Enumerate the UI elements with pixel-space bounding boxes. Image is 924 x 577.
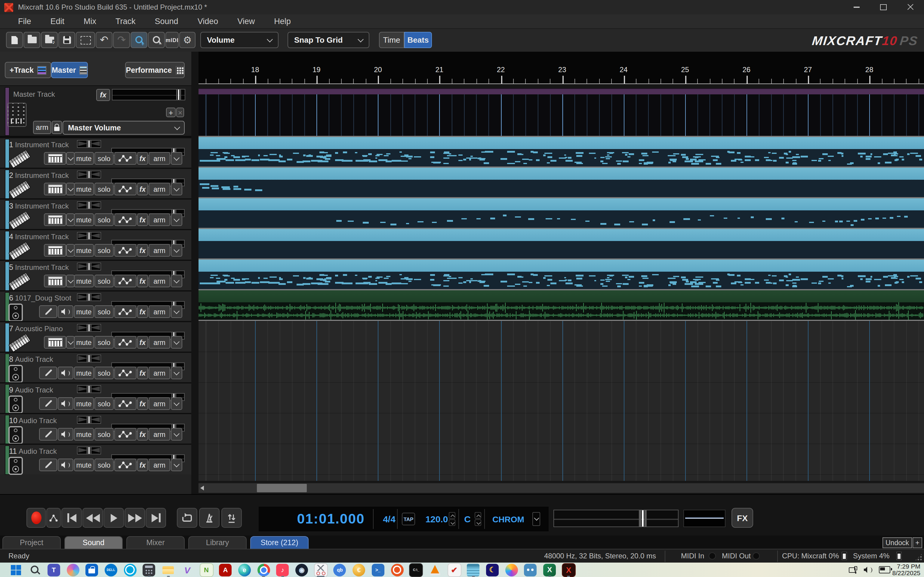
menu-sound[interactable]: Sound xyxy=(145,15,188,28)
save-button[interactable] xyxy=(58,32,75,48)
fx-button[interactable]: fx xyxy=(137,213,148,226)
scale-dropdown-button[interactable] xyxy=(532,512,540,526)
mute-button[interactable]: mute xyxy=(74,305,94,318)
network-icon[interactable] xyxy=(849,566,858,574)
arm-button[interactable]: arm xyxy=(149,336,170,349)
go-to-end-button[interactable] xyxy=(145,508,166,528)
zoom-in-button[interactable]: + xyxy=(131,32,147,48)
pan-slider[interactable] xyxy=(77,232,101,240)
mute-button[interactable]: mute xyxy=(74,152,94,165)
master-track-button[interactable]: Master xyxy=(51,62,88,78)
playback-volume-slider[interactable] xyxy=(553,510,678,527)
menu-file[interactable]: File xyxy=(8,15,41,28)
automation-button[interactable] xyxy=(114,213,137,226)
instrument-chevron-button[interactable] xyxy=(66,275,74,287)
taskbar-icon-snipping-tool[interactable] xyxy=(313,562,328,577)
metronome-button[interactable] xyxy=(199,508,220,528)
taskbar-icon-checkpoint[interactable]: ✔ xyxy=(447,562,461,577)
automation-button[interactable] xyxy=(114,336,137,349)
fx-button[interactable]: fx xyxy=(137,428,148,440)
menu-mix[interactable]: Mix xyxy=(74,15,106,28)
taskbar-icon-dell[interactable]: DELL xyxy=(104,562,118,577)
track-options-chevron[interactable] xyxy=(171,152,182,165)
loop-button[interactable] xyxy=(177,508,197,528)
pan-slider[interactable] xyxy=(77,324,101,332)
track-options-chevron[interactable] xyxy=(171,428,182,440)
instrument-chevron-button[interactable] xyxy=(66,183,74,195)
master-arm-button[interactable]: arm xyxy=(33,121,51,134)
tab-library[interactable]: Library xyxy=(188,536,247,549)
close-button[interactable] xyxy=(897,0,924,15)
solo-button[interactable]: solo xyxy=(94,244,114,257)
mute-button[interactable]: mute xyxy=(74,336,94,349)
instrument-select-button[interactable] xyxy=(44,275,66,287)
instrument-select-button[interactable] xyxy=(44,213,66,226)
pan-slider[interactable] xyxy=(77,416,101,424)
undock-button[interactable]: Undock xyxy=(882,537,912,548)
track-options-chevron[interactable] xyxy=(171,183,182,195)
solo-button[interactable]: solo xyxy=(94,459,114,471)
fx-button[interactable]: fx xyxy=(137,305,148,318)
taskbar-icon-eclipse[interactable]: ☾ xyxy=(485,562,499,577)
volume-slider-handle[interactable] xyxy=(642,510,644,527)
track-options-chevron[interactable] xyxy=(171,305,182,318)
key-spinner[interactable] xyxy=(475,512,481,526)
fast-forward-button[interactable] xyxy=(124,508,145,528)
taskbar-icon-search[interactable] xyxy=(27,562,42,577)
tab-mixer[interactable]: Mixer xyxy=(126,536,185,549)
zoom-out-button[interactable]: − xyxy=(148,32,165,48)
master-lock-button[interactable] xyxy=(52,121,62,134)
menu-track[interactable]: Track xyxy=(106,15,145,28)
track-options-chevron[interactable] xyxy=(171,367,182,379)
arm-button[interactable]: arm xyxy=(149,428,170,440)
automation-button[interactable] xyxy=(114,275,137,287)
scale-display[interactable]: CHROM xyxy=(487,507,529,531)
play-button[interactable] xyxy=(103,508,124,528)
taskbar-icon-steam[interactable]: ◉ xyxy=(294,562,309,577)
taskbar-icon-calculator[interactable] xyxy=(142,562,157,577)
automation-button[interactable] xyxy=(114,244,137,257)
horizontal-scrollbar[interactable] xyxy=(199,483,924,493)
arm-button[interactable]: arm xyxy=(149,183,170,195)
mute-button[interactable]: mute xyxy=(74,397,94,410)
taskbar-icon-godot[interactable] xyxy=(523,562,538,577)
fx-button[interactable]: fx xyxy=(137,367,148,379)
midi-clip-track-2[interactable] xyxy=(199,168,924,198)
taskbar-icon-copilot[interactable] xyxy=(66,562,80,577)
draw-tool-button[interactable] xyxy=(39,305,57,318)
timeline-ruler[interactable]: 17181920212223242526272829 xyxy=(199,52,924,85)
monitor-button[interactable] xyxy=(58,459,73,471)
solo-button[interactable]: solo xyxy=(94,397,114,410)
go-to-start-button[interactable] xyxy=(61,508,82,528)
menu-edit[interactable]: Edit xyxy=(41,15,74,28)
solo-button[interactable]: solo xyxy=(94,367,114,379)
open-project-button[interactable] xyxy=(23,32,40,48)
tab-sound[interactable]: Sound xyxy=(65,536,123,549)
arm-button[interactable]: arm xyxy=(149,275,170,287)
taskbar-icon-terminal[interactable]: C:\_ xyxy=(409,562,423,577)
taskbar-icon-notes[interactable] xyxy=(466,562,481,577)
taskbar-icon-chrome[interactable] xyxy=(256,562,271,577)
instrument-select-button[interactable] xyxy=(44,244,66,257)
battery-icon[interactable] xyxy=(879,566,890,574)
pan-slider[interactable] xyxy=(77,293,101,301)
menu-view[interactable]: View xyxy=(228,15,264,28)
mute-button[interactable]: mute xyxy=(74,428,94,440)
mute-button[interactable]: mute xyxy=(74,459,94,471)
add-tab-button[interactable]: + xyxy=(913,537,922,548)
record-button[interactable] xyxy=(26,508,46,528)
settings-button[interactable]: ⚙ xyxy=(179,32,195,48)
taskbar-icon-paint[interactable] xyxy=(504,562,519,577)
fx-button[interactable]: fx xyxy=(137,275,148,287)
draw-tool-button[interactable] xyxy=(39,459,57,471)
draw-tool-button[interactable] xyxy=(39,367,57,379)
taskbar-icon-teams[interactable]: T xyxy=(47,562,61,577)
taskbar-icon-powershell[interactable]: >_ xyxy=(371,562,385,577)
track-options-chevron[interactable] xyxy=(171,244,182,257)
snap-dropdown[interactable]: Snap To Grid xyxy=(288,32,369,48)
taskbar-icon-ubuntu[interactable] xyxy=(390,562,404,577)
taskbar-icon-currency[interactable]: € xyxy=(352,562,366,577)
arm-button[interactable]: arm xyxy=(149,244,170,257)
taskbar-icon-acrobat[interactable]: A xyxy=(218,562,233,577)
arm-button[interactable]: arm xyxy=(149,213,170,226)
